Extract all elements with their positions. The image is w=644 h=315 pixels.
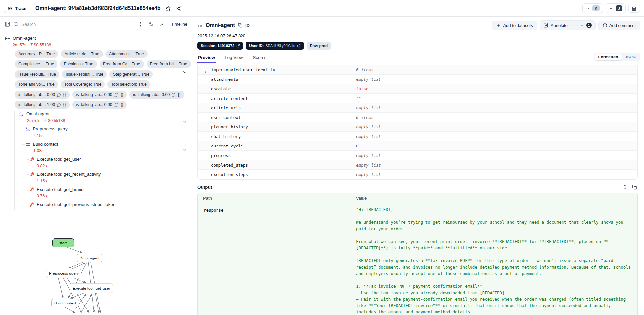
span-metrics: 1.03s — [34, 148, 192, 154]
score-badge[interactable]: Compliance ... True — [15, 60, 58, 68]
trash-icon — [632, 6, 637, 11]
observation-title: Omni-agent — [206, 22, 235, 28]
graph-node-preprocess-query[interactable]: Preprocess query — [46, 269, 81, 278]
graph-node-start[interactable]: __start__ — [52, 238, 74, 247]
external-link-icon — [297, 44, 301, 48]
top-bar: Trace Omni-agent: 9f4a81eb3df983f24d64d5… — [0, 0, 644, 17]
detail-tabs: Preview Log View Scores Formatted JSON — [197, 53, 640, 63]
score-badge[interactable]: is_talking_ab... 0.00{} — [72, 101, 127, 109]
expand-chevron-icon[interactable] — [203, 70, 208, 74]
annotate-button[interactable]: Annotate — [540, 21, 571, 30]
tree-item-preprocess-query[interactable]: Preprocess query — [25, 126, 192, 132]
table-row: progress empty list — [198, 151, 637, 160]
star-icon[interactable] — [165, 6, 171, 11]
table-row[interactable]: user_context 6 items — [198, 113, 637, 122]
tree-item-tool-get-user[interactable]: Execute tool: get_user — [30, 156, 192, 163]
settings-sliders-icon[interactable] — [149, 22, 154, 27]
score-badge[interactable]: Tool selection: True — [107, 80, 150, 88]
trace-type-badge: Trace — [4, 4, 30, 13]
score-badge[interactable]: IssueResoluti... True — [15, 70, 59, 78]
input-table: impersonated_user_identity 6 items attac… — [197, 65, 638, 180]
unfold-vertical-icon[interactable] — [622, 185, 627, 190]
row-value: 0 — [356, 144, 359, 148]
collapse-chevron-icon[interactable] — [182, 119, 187, 124]
expand-chevron-icon[interactable] — [203, 117, 208, 122]
output-table-header: Path Value — [198, 193, 637, 203]
session-badge[interactable]: Session: 14910372 — [197, 42, 243, 50]
tab-scores[interactable]: Scores — [252, 53, 267, 63]
timeline-toggle[interactable]: Timeline — [171, 22, 187, 27]
format-json-option[interactable]: JSON — [622, 54, 639, 60]
score-badge[interactable]: Article retrie... True — [61, 50, 103, 58]
score-badge[interactable]: IssueResoluti... True — [62, 70, 107, 78]
tree-item-agent-span[interactable]: Omni-agent — [19, 111, 192, 117]
copy-output-icon[interactable] — [632, 185, 637, 190]
search-input[interactable] — [21, 22, 132, 27]
table-row: response "Hi [REDACTED], We understand y… — [198, 203, 637, 315]
tab-log-view[interactable]: Log View — [224, 53, 243, 63]
table-row[interactable]: impersonated_user_identity 6 items — [198, 65, 637, 75]
graph-node-build-context[interactable]: Build context — [51, 299, 79, 307]
collapse-chevron-icon[interactable] — [182, 70, 187, 75]
score-badge[interactable]: Free from Co... True — [100, 60, 144, 68]
format-formatted-option[interactable]: Formatted — [595, 54, 622, 60]
collapse-panel-icon[interactable] — [5, 21, 10, 27]
row-value: 6 items — [356, 67, 374, 72]
score-badge[interactable]: Escalation: True — [60, 60, 97, 68]
agent-graph: __start__ Omni-agent Preprocess query Ex… — [0, 210, 192, 315]
observation-detail-panel: Omni-agent ID Add to datasets Annotate — [192, 17, 644, 315]
table-row: chat_history empty list — [198, 132, 637, 141]
tree-item-build-context[interactable]: Build context — [25, 141, 192, 147]
tree-item-label: Omni-agent — [26, 111, 50, 117]
tree-item-tool-get-recent-activity[interactable]: Execute tool: get_recent_activity — [30, 171, 192, 178]
graph-node-cutoff[interactable] — [63, 314, 118, 315]
list-tree-icon — [197, 23, 203, 28]
annotate-dropdown-button[interactable]: 1 — [576, 21, 595, 30]
wrench-icon — [30, 187, 34, 192]
share-icon[interactable] — [175, 6, 181, 11]
download-icon[interactable] — [160, 22, 165, 27]
score-badge[interactable]: Tone and voi... True — [15, 80, 58, 88]
copy-id-button[interactable] — [238, 23, 242, 28]
score-badge[interactable]: Tool Coverage: True — [61, 80, 105, 88]
score-badge[interactable]: Accuracy - R... True — [15, 50, 58, 58]
score-badge[interactable]: is_talking_ab... 1.00{} — [15, 101, 70, 109]
table-row: current_cycle 0 — [198, 141, 637, 151]
row-value: empty list — [356, 163, 381, 168]
score-badge[interactable]: is_talking_ab... 0.00{} — [129, 91, 184, 99]
id-label[interactable]: ID — [245, 23, 250, 28]
comment-icon — [57, 103, 61, 107]
user-id-badge[interactable]: User ID: SDAHUSLy9f1CHo — [246, 42, 304, 50]
tree-item-root[interactable]: Omni-agent — [5, 35, 192, 42]
tab-preview[interactable]: Preview — [197, 53, 216, 63]
shortcut-k: K — [592, 5, 600, 11]
next-trace-button[interactable]: J — [606, 3, 626, 13]
graph-node-omni-agent[interactable]: Omni-agent — [77, 254, 102, 262]
row-value: empty list — [356, 172, 381, 177]
tree-item-label: Execute tool: get_brand — [37, 186, 84, 193]
span-metrics: 0.82s — [37, 163, 192, 169]
delete-trace-button[interactable] — [628, 4, 640, 13]
trace-title: Omni-agent: 9f4a81eb3df983f24d64d511e854… — [35, 5, 161, 11]
graph-node-execute-tool-get-user[interactable]: Execute tool: get_user — [70, 283, 113, 293]
trace-metrics: 2m 57s Σ $0.55138 — [13, 42, 192, 48]
add-comment-button[interactable]: Add comment — [598, 21, 640, 30]
score-badge[interactable]: is_talking_ab... 0.00{} — [15, 91, 70, 99]
prev-trace-button[interactable]: K — [582, 3, 603, 13]
unfold-all-icon[interactable] — [138, 22, 143, 27]
list-tree-icon — [5, 36, 10, 41]
add-to-datasets-button[interactable]: Add to datasets — [492, 21, 537, 30]
preview-content: impersonated_user_identity 6 items attac… — [192, 63, 644, 315]
graph-edges — [0, 210, 192, 315]
tree-item-tool-get-previous-steps-taken[interactable]: Execute tool: get_previous_steps_taken — [30, 201, 192, 208]
plus-icon — [496, 23, 501, 28]
tree-item-tool-get-brand[interactable]: Execute tool: get_brand — [30, 186, 192, 193]
score-badge[interactable]: Attachment ... True — [105, 50, 148, 58]
collapse-chevron-icon[interactable] — [182, 147, 187, 152]
score-badge[interactable]: Free from hal... True — [147, 60, 191, 68]
score-badge[interactable]: Step generat... True — [109, 70, 153, 78]
message-circle-icon — [603, 23, 607, 28]
row-value: empty list — [356, 134, 381, 139]
score-badge[interactable]: is_talking_ab... 0.00{} — [72, 91, 127, 99]
trace-label: Trace — [15, 6, 26, 11]
